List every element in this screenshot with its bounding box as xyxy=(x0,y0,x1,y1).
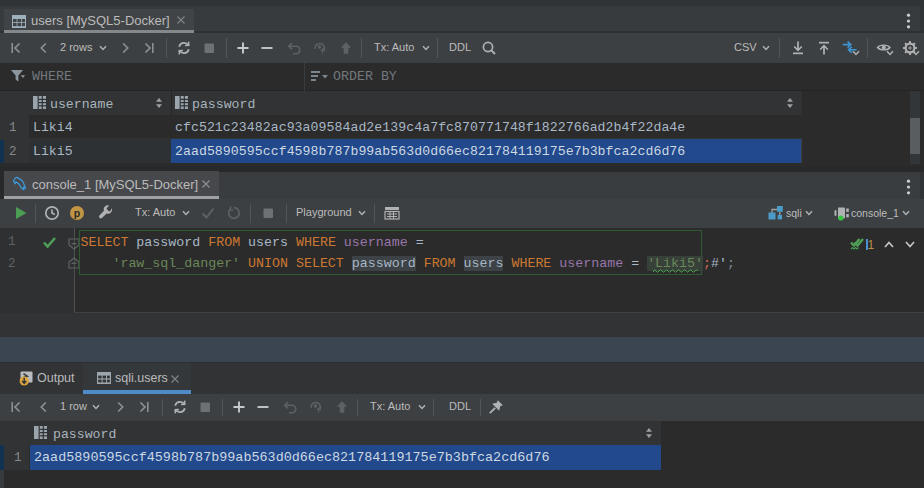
svg-text:p: p xyxy=(74,207,80,219)
